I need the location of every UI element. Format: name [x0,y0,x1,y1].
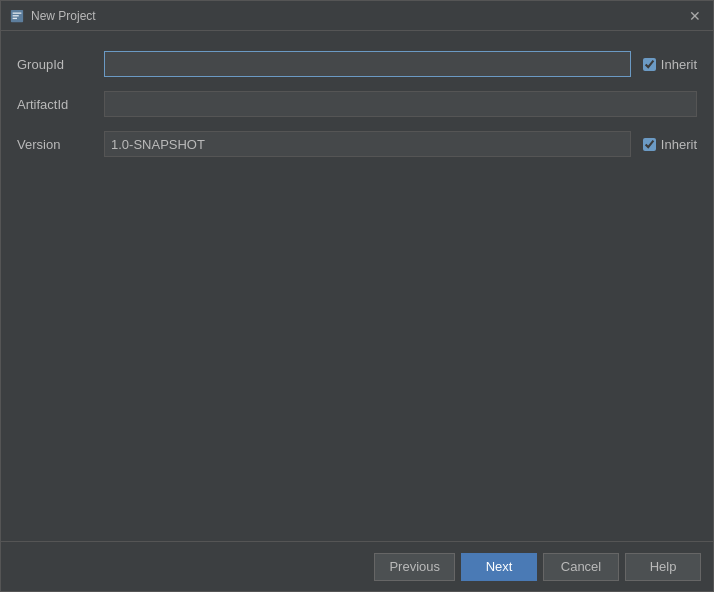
next-button[interactable]: Next [461,553,537,581]
version-input[interactable] [104,131,631,157]
svg-rect-3 [13,17,17,18]
dialog-content: GroupId Inherit ArtifactId Version Inher… [1,31,713,541]
cancel-button[interactable]: Cancel [543,553,619,581]
project-icon [9,8,25,24]
version-row: Version Inherit [17,131,697,157]
dialog-footer: Previous Next Cancel Help [1,541,713,591]
artifactid-input[interactable] [104,91,697,117]
title-bar: New Project ✕ [1,1,713,31]
version-inherit-checkbox[interactable] [643,138,656,151]
svg-rect-2 [13,15,19,16]
version-label: Version [17,137,92,152]
groupid-input[interactable] [104,51,631,77]
version-inherit: Inherit [643,137,697,152]
version-inherit-label: Inherit [661,137,697,152]
previous-button[interactable]: Previous [374,553,455,581]
help-button[interactable]: Help [625,553,701,581]
groupid-inherit: Inherit [643,57,697,72]
groupid-row: GroupId Inherit [17,51,697,77]
close-button[interactable]: ✕ [685,6,705,26]
artifactid-row: ArtifactId [17,91,697,117]
artifactid-label: ArtifactId [17,97,92,112]
groupid-inherit-label: Inherit [661,57,697,72]
groupid-label: GroupId [17,57,92,72]
title-bar-left: New Project [9,8,96,24]
content-area [17,171,697,521]
dialog-window: New Project ✕ GroupId Inherit ArtifactId… [0,0,714,592]
svg-rect-1 [13,12,22,13]
groupid-inherit-checkbox[interactable] [643,58,656,71]
window-title: New Project [31,9,96,23]
